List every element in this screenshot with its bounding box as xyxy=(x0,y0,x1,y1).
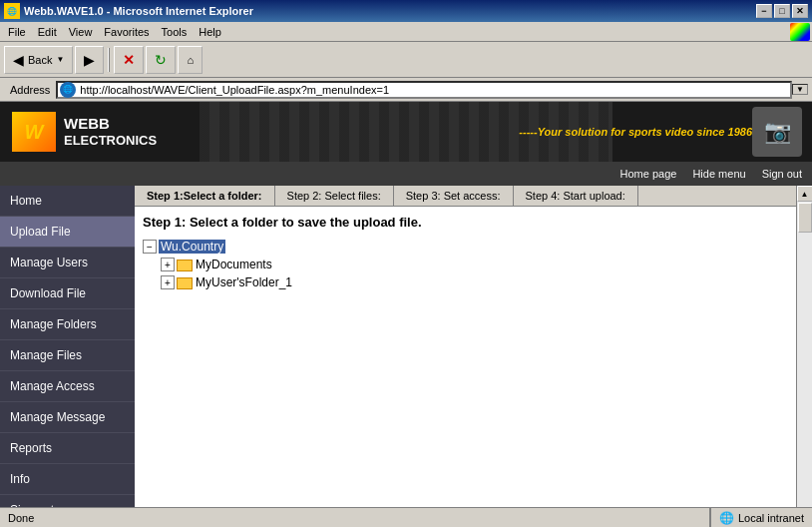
menu-view[interactable]: View xyxy=(63,24,99,40)
address-url: http://localhost/WAVE/Client_UploadFile.… xyxy=(80,84,389,96)
close-button[interactable]: ✕ xyxy=(792,4,808,18)
toolbar: ◀ Back ▼ ▶ ✕ ↻ ⌂ xyxy=(0,42,812,78)
home-icon: ⌂ xyxy=(187,54,194,66)
tree-root-toggle[interactable]: − xyxy=(143,240,157,254)
address-globe-icon: 🌐 xyxy=(60,82,76,98)
tree-root-item[interactable]: − Wu.Country xyxy=(143,238,788,256)
back-arrow-icon: ◀ xyxy=(13,52,24,68)
sidebar-item-download-file[interactable]: Download File xyxy=(0,278,135,309)
app-header: W WEBB ELECTRONICS -----Your solution fo… xyxy=(0,102,812,162)
tree-item-myusersfolder[interactable]: + MyUser'sFolder_1 xyxy=(161,273,788,291)
logo-text: WEBB ELECTRONICS xyxy=(64,114,157,150)
scroll-thumb[interactable] xyxy=(798,203,812,233)
step-2[interactable]: Step 2: Select files: xyxy=(275,186,394,206)
menu-favorites[interactable]: Favorites xyxy=(98,24,155,40)
forward-button[interactable]: ▶ xyxy=(75,46,104,74)
address-scrollbar: ▼ xyxy=(792,84,808,95)
window-title: Webb.WAVE1.0 - Microsoft Internet Explor… xyxy=(24,5,253,17)
tree-root-label[interactable]: Wu.Country xyxy=(159,240,225,254)
menu-bar: File Edit View Favorites Tools Help xyxy=(0,22,812,42)
sidebar-item-manage-users[interactable]: Manage Users xyxy=(0,248,135,278)
title-bar: 🌐 Webb.WAVE1.0 - Microsoft Internet Expl… xyxy=(0,0,812,22)
sidebar-item-manage-access[interactable]: Manage Access xyxy=(0,371,135,402)
menu-help[interactable]: Help xyxy=(193,24,227,40)
toolbar-separator-1 xyxy=(108,48,110,72)
tree-label-mydocuments[interactable]: MyDocuments xyxy=(196,258,272,271)
main-area: Step 1:Select a folder: Step 2: Select f… xyxy=(135,186,796,527)
folder-icon-myusersfolder xyxy=(177,277,193,289)
brand-name-line1: WEBB xyxy=(64,114,157,134)
tree-toggle-myusersfolder[interactable]: + xyxy=(161,275,175,289)
menu-tools[interactable]: Tools xyxy=(156,24,194,40)
step-1-label[interactable]: Step 1:Select a folder: xyxy=(135,186,275,206)
tree-children: + MyDocuments + MyUser'sFolder_1 xyxy=(161,256,788,291)
minimize-button[interactable]: − xyxy=(756,4,772,18)
sidebar-item-reports[interactable]: Reports xyxy=(0,433,135,464)
camera-icon: 📷 xyxy=(752,107,802,157)
windows-logo xyxy=(790,23,810,41)
status-bar: Done 🌐 Local intranet xyxy=(0,507,812,527)
refresh-button[interactable]: ↻ xyxy=(146,46,176,74)
scroll-track[interactable] xyxy=(797,202,812,511)
stop-icon: ✕ xyxy=(123,52,135,68)
back-label: Back xyxy=(28,54,52,66)
top-nav: Home page Hide menu Sign out xyxy=(0,162,812,186)
top-nav-sign-out[interactable]: Sign out xyxy=(762,168,802,180)
logo-icon: W xyxy=(12,112,56,152)
zone-label: Local intranet xyxy=(738,512,804,524)
back-button[interactable]: ◀ Back ▼ xyxy=(4,46,73,74)
content-wrapper: Home Upload File Manage Users Download F… xyxy=(0,186,812,527)
status-message: Done xyxy=(8,512,34,524)
steps-bar: Step 1:Select a folder: Step 2: Select f… xyxy=(135,186,796,207)
home-button[interactable]: ⌂ xyxy=(178,46,203,74)
right-scrollbar: ▲ ▼ xyxy=(796,186,812,527)
menu-edit[interactable]: Edit xyxy=(32,24,63,40)
maximize-button[interactable]: □ xyxy=(774,4,790,18)
refresh-icon: ↻ xyxy=(155,52,167,68)
brand-name-line2: ELECTRONICS xyxy=(64,133,157,150)
stop-button[interactable]: ✕ xyxy=(114,46,144,74)
forward-arrow-icon: ▶ xyxy=(84,52,95,68)
top-nav-hide-menu[interactable]: Hide menu xyxy=(692,168,745,180)
step-4[interactable]: Step 4: Start upload: xyxy=(514,186,638,206)
browser-window: 🌐 Webb.WAVE1.0 - Microsoft Internet Expl… xyxy=(0,0,812,527)
tree-item-mydocuments[interactable]: + MyDocuments xyxy=(161,256,788,273)
status-zone: 🌐 Local intranet xyxy=(710,508,812,527)
folder-icon-mydocuments xyxy=(177,260,193,271)
sidebar-item-home[interactable]: Home xyxy=(0,186,135,217)
sidebar-item-manage-folders[interactable]: Manage Folders xyxy=(0,309,135,340)
tree-toggle-mydocuments[interactable]: + xyxy=(161,258,175,271)
browser-icon: 🌐 xyxy=(4,3,20,19)
status-text: Done xyxy=(0,508,710,527)
tree-label-myusersfolder[interactable]: MyUser'sFolder_1 xyxy=(196,275,292,289)
step-3[interactable]: Step 3: Set access: xyxy=(394,186,514,206)
address-input[interactable]: 🌐 http://localhost/WAVE/Client_UploadFil… xyxy=(56,81,792,99)
address-label: Address xyxy=(4,84,56,96)
sidebar-item-info[interactable]: Info xyxy=(0,464,135,495)
back-dropdown-icon: ▼ xyxy=(56,55,64,64)
file-tree-area: Step 1: Select a folder to save the uplo… xyxy=(135,207,796,527)
sidebar-item-manage-message[interactable]: Manage Message xyxy=(0,402,135,433)
address-bar: Address 🌐 http://localhost/WAVE/Client_U… xyxy=(0,78,812,102)
sidebar: Home Upload File Manage Users Download F… xyxy=(0,186,135,527)
page-content: W WEBB ELECTRONICS -----Your solution fo… xyxy=(0,102,812,527)
sidebar-item-manage-files[interactable]: Manage Files xyxy=(0,340,135,371)
page-body: W WEBB ELECTRONICS -----Your solution fo… xyxy=(0,102,812,527)
top-nav-home[interactable]: Home page xyxy=(620,168,677,180)
sidebar-item-upload-file[interactable]: Upload File xyxy=(0,217,135,248)
app-logo: W WEBB ELECTRONICS xyxy=(0,112,169,152)
zone-icon: 🌐 xyxy=(719,511,734,525)
scroll-up-button[interactable]: ▲ xyxy=(797,186,813,202)
window-controls: − □ ✕ xyxy=(756,4,808,18)
instruction-text: Step 1: Select a folder to save the uplo… xyxy=(143,215,788,230)
menu-file[interactable]: File xyxy=(2,24,32,40)
header-tagline: -----Your solution for sports video sinc… xyxy=(519,126,752,138)
